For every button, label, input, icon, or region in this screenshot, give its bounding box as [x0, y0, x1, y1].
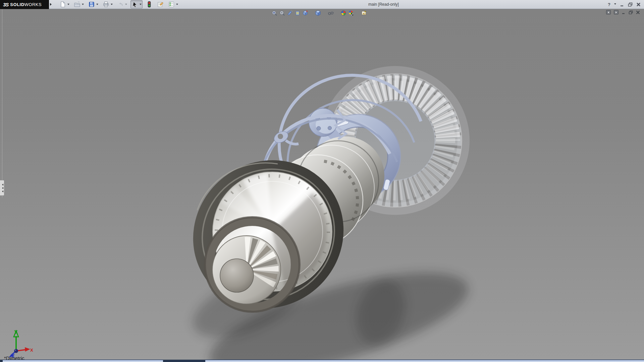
select-cursor-icon [131, 1, 138, 8]
exhaust-duct [213, 172, 332, 291]
minimize-button[interactable] [620, 2, 624, 7]
dropdown-arrow-icon[interactable] [96, 4, 98, 6]
main-toolbar [58, 0, 179, 8]
edit-appearance-icon [340, 10, 346, 16]
new-document-icon [59, 1, 66, 8]
undo-button[interactable] [116, 0, 128, 8]
options-button[interactable] [167, 0, 179, 8]
options-checklist-icon [168, 1, 175, 8]
zoom-to-area-icon [279, 10, 285, 16]
save-floppy-icon [88, 1, 95, 8]
dropdown-arrow-icon[interactable] [82, 4, 84, 6]
annotation-views-icon [294, 10, 301, 16]
model-shadow [184, 252, 478, 360]
zoom-to-fit-button[interactable] [271, 10, 278, 16]
reference-triad: Y X Z [5, 329, 34, 358]
annotation-views-button[interactable] [294, 10, 301, 16]
accessory-boss [309, 108, 340, 142]
engine-body [272, 136, 384, 246]
engine-model [0, 9, 644, 360]
nozzle-ring [163, 130, 374, 339]
help-button[interactable]: ? [608, 2, 610, 7]
dropdown-arrow-icon[interactable] [111, 4, 113, 6]
pane-toggle-right-icon[interactable] [614, 10, 619, 14]
dassault-3ds-logo-glyph: 3S [3, 2, 8, 7]
dropdown-arrow-icon[interactable] [67, 4, 69, 6]
section-view-icon [287, 10, 293, 16]
apply-scene-icon [348, 10, 354, 16]
status-segment [3, 360, 163, 362]
file-properties-button[interactable] [156, 0, 165, 8]
feature-panel-edge [2, 9, 2, 197]
heads-up-toolbar [271, 10, 368, 16]
restore-button[interactable] [628, 2, 633, 7]
zoom-to-area-button[interactable] [279, 10, 285, 16]
tail-cone [212, 236, 281, 304]
display-style-button[interactable] [315, 10, 321, 16]
view-settings-button[interactable] [361, 10, 367, 16]
hide-show-items-button[interactable] [327, 10, 334, 16]
rebuild-button[interactable] [145, 0, 154, 8]
open-button[interactable] [73, 0, 85, 8]
graphics-area[interactable]: Y X Z *Dimetric [0, 9, 644, 360]
printer-icon [103, 1, 109, 8]
collapse-arrow-icon [1, 187, 3, 189]
close-document-button[interactable] [636, 10, 640, 14]
view-orientation-button[interactable] [302, 10, 309, 16]
open-folder-icon [74, 1, 80, 8]
rebuild-traffic-light-icon [146, 1, 153, 8]
section-view-button[interactable] [286, 10, 293, 16]
fan-blades [327, 72, 464, 209]
apply-scene-button[interactable] [348, 10, 355, 16]
close-icon[interactable] [636, 2, 641, 7]
logo-flyout-arrow-icon[interactable] [50, 3, 53, 6]
status-segment [205, 360, 644, 362]
engine-pipes-front [259, 110, 397, 214]
view-orientation-icon [302, 10, 308, 16]
window-title: main [Read-only] [368, 2, 399, 7]
brand-name: SOLIDWORKS [10, 2, 42, 7]
new-document-button[interactable] [58, 0, 70, 8]
solidworks-window: 3S SOLIDWORKS [0, 0, 644, 362]
tail-hub [220, 259, 254, 292]
engine-pipes-back [279, 75, 421, 183]
minimize-document-button[interactable] [622, 10, 626, 14]
document-window-controls [606, 10, 640, 14]
triad-y-label: Y [14, 329, 17, 335]
save-button[interactable] [87, 0, 99, 8]
restore-document-button[interactable] [629, 10, 633, 14]
file-properties-icon [157, 1, 164, 8]
status-bar [0, 360, 644, 362]
dropdown-arrow-icon[interactable] [176, 4, 178, 6]
hide-show-items-glasses-icon [328, 10, 334, 16]
dropdown-arrow-icon[interactable] [140, 4, 142, 6]
feature-panel-collapsed-tab[interactable] [0, 180, 4, 196]
inner-nozzle [205, 217, 300, 312]
select-button[interactable] [130, 0, 143, 8]
collapse-arrow-icon [1, 190, 3, 192]
zoom-to-fit-icon [271, 10, 277, 16]
solidworks-logo: 3S SOLIDWORKS [0, 0, 49, 9]
print-button[interactable] [102, 0, 114, 8]
title-bar: 3S SOLIDWORKS [0, 0, 644, 9]
edit-appearance-button[interactable] [340, 10, 347, 16]
help-dropdown-arrow-icon[interactable] [614, 3, 616, 6]
front-frame-ring [316, 114, 400, 199]
pane-toggle-left-icon[interactable] [606, 10, 611, 14]
dropdown-arrow-icon[interactable] [125, 4, 127, 6]
undo-arrow-icon [117, 1, 124, 8]
display-style-icon [315, 10, 321, 16]
view-settings-icon [361, 10, 367, 16]
triad-x-label: X [30, 348, 33, 353]
collapse-arrow-icon [1, 184, 3, 186]
window-controls: ? [608, 0, 641, 9]
